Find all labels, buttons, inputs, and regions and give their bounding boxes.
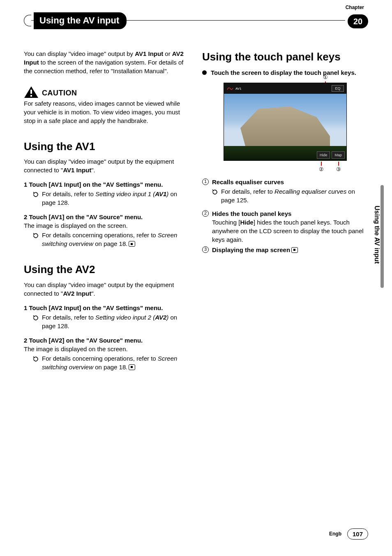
page-number: 107 [347,528,368,540]
av2-step2: 2 Touch [AV2] on the "AV Source" menu. [24,336,190,345]
eq-button[interactable]: EQ [332,85,344,92]
circled-number-icon: 1 [202,178,209,185]
hide-button[interactable]: Hide [317,151,330,159]
av2-ref2: For details concerning operations, refer… [24,354,190,371]
callout-2-label: ② [319,166,324,173]
av1-step1: 1 Touch [AV1 Input] on the "AV Settings"… [24,180,190,189]
svg-rect-2 [30,95,32,97]
av2-step2-body: The image is displayed on the screen. [24,345,190,353]
intro-paragraph: You can display "video image" output by … [24,49,190,75]
chapter-title: Using the AV input [34,12,127,29]
av1-intro: You can display "video image" output by … [24,157,190,174]
section-heading-av2: Using the AV2 [24,262,190,277]
av1-ref1: For details, refer to Setting video inpu… [24,190,190,207]
refer-arrow-icon [33,314,39,320]
refer-arrow-icon [212,188,218,194]
end-mark-icon [129,364,135,370]
caution-body: For safety reasons, video images cannot … [24,99,190,125]
left-column: You can display "video image" output by … [24,49,190,375]
av1-step2: 2 Touch [AV1] on the "AV Source" menu. [24,213,190,221]
refer-arrow-icon [33,191,39,197]
svg-rect-1 [30,90,32,94]
caution-icon [24,86,39,98]
circled-number-icon: 2 [202,210,209,217]
touch-bullet: Touch the screen to display the touch pa… [202,68,368,77]
list-item-3: 3 Displaying the map screen [202,246,368,254]
av1-step2-body: The image is displayed on the screen. [24,221,190,230]
list-item-1: 1 Recalls equaliser curves For details, … [202,178,368,208]
refer-arrow-icon [33,232,39,238]
source-indicator: AV1 [226,86,242,91]
map-button[interactable]: Map [332,151,345,159]
device-screenshot: AV1 EQ 10:00 Hide Map [224,83,347,161]
chapter-number-pill: 20 [348,14,368,28]
end-mark-icon [291,247,298,253]
chapter-tab: Using the AV input [24,12,345,29]
side-thumb-tab: Using the AV input [372,185,384,288]
av2-intro: You can display "video image" output by … [24,280,190,298]
section-heading-touchpanel: Using the touch panel keys [202,49,368,64]
bullet-icon [202,70,207,75]
refer-arrow-icon [33,355,39,361]
language-code: Engb [329,531,341,537]
caution-heading: CAUTION [42,88,77,98]
section-heading-av1: Using the AV1 [24,139,190,154]
screenshot-figure: ① AV1 EQ 10:00 Hide Map [224,83,347,173]
av2-step1: 1 Touch [AV2 Input] on the "AV Settings"… [24,303,190,312]
end-mark-icon [129,241,135,247]
circled-number-icon: 3 [202,246,209,253]
callout-3-label: ③ [336,166,341,173]
av2-ref1: For details, refer to Setting video inpu… [24,313,190,330]
av1-ref2: For details concerning operations, refer… [24,231,190,248]
chapter-label: Chapter [346,4,364,11]
right-column: Using the touch panel keys Touch the scr… [202,49,368,375]
list-item-2: 2 Hides the touch panel keys Touching [H… [202,209,368,244]
callout-1-label: ① [323,74,328,81]
